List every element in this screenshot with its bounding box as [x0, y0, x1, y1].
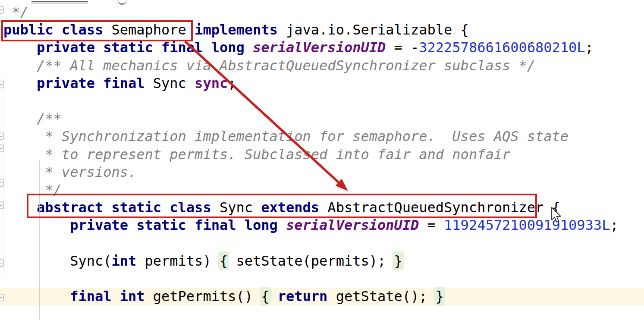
code-token-p [3, 217, 70, 233]
code-token-p: Sync( [3, 253, 111, 269]
code-editor[interactable]: */public class Semaphore implements java… [0, 0, 644, 320]
fold-marker-icon[interactable] [0, 81, 4, 88]
code-line[interactable] [0, 234, 644, 252]
annotation-box-sync-class [27, 194, 537, 218]
code-token-p: java.io.Serializable { [278, 22, 469, 38]
code-line[interactable]: /** All mechanics via AbstractQueuedSync… [0, 57, 644, 75]
code-token-c: * to represent permits. Subclassed into … [3, 146, 510, 163]
code-token-k: int [111, 253, 136, 269]
code-token-p: Sync [145, 75, 195, 91]
code-line[interactable]: * Synchronization implementation for sem… [0, 128, 644, 145]
code-token-c: * Synchronization implementation for sem… [3, 128, 569, 144]
code-line[interactable]: */ [0, 3, 644, 21]
code-token-n: 3222578661600680210L [419, 39, 585, 56]
code-line[interactable] [0, 92, 644, 110]
fold-marker-icon[interactable] [0, 294, 4, 301]
code-token-b: } [436, 288, 444, 304]
code-token-k: private static final long [70, 217, 278, 233]
code-line[interactable]: private final Sync sync; [0, 75, 644, 92]
code-token-p [3, 75, 37, 91]
code-token-p: ; [585, 39, 594, 56]
code-token-p: ; [228, 75, 236, 91]
code-token-k: implements [195, 22, 278, 38]
code-token-p [3, 110, 37, 127]
code-line[interactable]: private static final long serialVersionU… [0, 39, 644, 56]
code-lines: */public class Semaphore implements java… [0, 3, 644, 305]
code-token-k: return [278, 288, 328, 304]
code-token-p [245, 39, 253, 56]
code-token-b: { [220, 253, 228, 269]
code-token-p: permits) [136, 253, 220, 269]
fold-marker-icon[interactable] [0, 201, 4, 209]
code-token-p: setState(permits); [228, 253, 394, 269]
code-token-p: ; [610, 217, 618, 233]
code-token-sf: serialVersionUID [253, 39, 386, 56]
code-token-p [3, 39, 37, 56]
code-token-f: sync [195, 75, 228, 91]
code-line[interactable]: private static final long serialVersionU… [0, 216, 644, 234]
fold-marker-icon[interactable] [0, 179, 4, 187]
code-token-c: * versions. [3, 164, 136, 180]
code-token-p: getPermits() [145, 288, 261, 304]
fold-marker-icon[interactable] [0, 259, 4, 267]
code-token-c: */ [3, 4, 28, 20]
indent-guide [39, 160, 40, 320]
code-line[interactable] [0, 270, 644, 288]
fold-marker-icon[interactable] [0, 144, 4, 152]
code-token-p [270, 288, 278, 304]
code-token-p [3, 57, 37, 74]
code-token-p: = - [386, 39, 419, 56]
code-token-sf: serialVersionUID [286, 217, 419, 233]
fold-marker-icon[interactable] [0, 6, 4, 14]
code-token-p: getState(); [327, 288, 435, 304]
code-token-c: /** [37, 110, 62, 127]
code-token-b: } [394, 253, 402, 269]
fold-marker-icon[interactable] [0, 132, 4, 140]
code-token-k: private static final long [37, 39, 245, 56]
code-line[interactable]: * to represent permits. Subclassed into … [0, 146, 644, 163]
code-token-k: final int [70, 288, 145, 304]
code-token-b: { [261, 288, 269, 304]
code-line[interactable]: * versions. [0, 163, 644, 181]
code-token-c: /** All mechanics via AbstractQueuedSync… [37, 57, 535, 74]
code-token-p [278, 217, 286, 233]
code-line[interactable]: Sync(int permits) { setState(permits); } [0, 252, 644, 270]
code-token-p [3, 288, 70, 304]
annotation-box-semaphore [1, 20, 193, 41]
code-token-k: private final [37, 75, 145, 91]
code-token-n: 1192457210091910933L [444, 217, 610, 233]
code-line[interactable]: /** [0, 110, 644, 128]
code-token-p: = [419, 217, 444, 233]
code-line-current[interactable]: final int getPermits() { return getState… [0, 288, 644, 305]
